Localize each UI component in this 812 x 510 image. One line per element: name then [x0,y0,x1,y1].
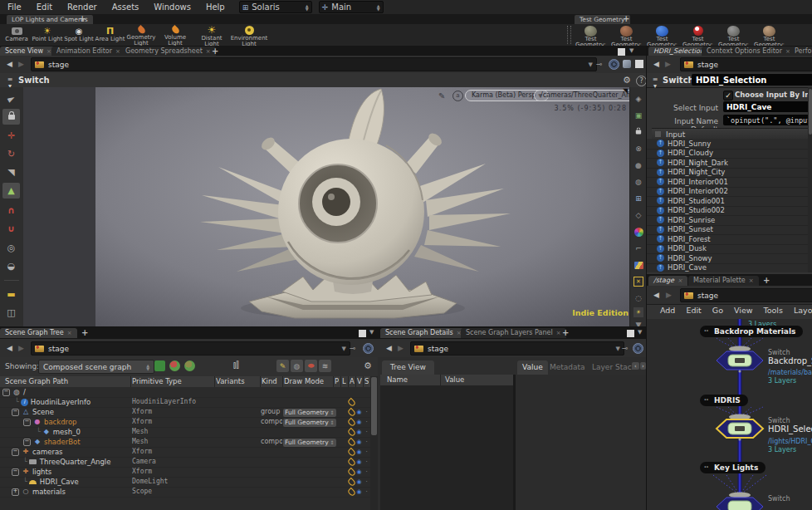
add-pane-tab-button[interactable]: + [212,47,218,56]
background-image-icon[interactable] [632,258,645,272]
view-tumble-icon[interactable]: ◎ [2,240,20,256]
desktop-selector[interactable]: ⊞ Solaris ▲▼ [239,1,312,13]
net-menu-add[interactable]: Add [660,306,675,315]
shelf-tool-camera[interactable]: Camera [2,24,32,46]
shelf-tool-test-geometry-rubbertoy[interactable]: TestGeometry: R... [644,24,680,46]
shade-sphere-icon[interactable]: ● [632,159,645,172]
cube-icon[interactable] [623,60,631,68]
showing-dropdown[interactable]: Composed scene graph ▲▼ [38,360,154,374]
chevron-down-icon[interactable]: ▼ [342,346,346,352]
dot-icon[interactable]: ◌ [632,292,645,305]
shelf-tool-environment-light[interactable]: EnvironmentLight [230,24,268,46]
add-view-icon[interactable]: ⊞ [632,192,645,205]
back-icon[interactable]: ◀ [7,344,12,352]
pin-icon[interactable]: ⊸ [596,60,603,68]
shelf-tool-test-geometry-squab[interactable]: TestGeometry: S... [716,24,751,46]
shelf-tab-test-geometry[interactable]: Test Geometry [575,15,630,24]
add-pane-tab-button[interactable]: + [81,328,88,337]
details-path-field[interactable]: stage ▼ [410,341,624,356]
tree-table-header[interactable]: Scene Graph Path Primitive Type Variants… [0,376,370,388]
visibility-eye-icon[interactable]: ◉ [355,407,363,417]
add-pane-tab-button[interactable]: + [562,328,569,337]
shelf-tool-test-geometry-pig[interactable]: TestGeometry: P... [609,24,644,46]
scene-viewport[interactable]: ► ✛ ↻ ◥ ▲ ∩ ∪ ◎ ◒ ▬ ◫ ≡ [0,87,646,326]
pane-left-icon[interactable]: ‹ [632,362,639,370]
pane-corner-icon[interactable]: ◥ [623,87,628,95]
pane-dropdown-icon[interactable]: ▼ [638,329,642,336]
shelf-tool-volume-light[interactable]: Volume Light [157,24,193,46]
color-wheel-icon[interactable] [632,225,645,238]
toggle-layers-icon[interactable]: ≋ [319,360,331,372]
edit-pencil-icon[interactable]: ✎ [438,91,445,101]
snap-magnet-alt-icon[interactable]: ∪ [2,221,20,237]
lock-camera-icon[interactable] [632,125,645,139]
snapshot-icon[interactable] [635,60,643,68]
shelf-tool-test-geometry-tommy[interactable]: TestGeometry: T... [751,24,787,46]
toggle-pencil-icon[interactable]: ✎ [276,360,289,372]
menu-windows[interactable]: Windows [146,0,198,14]
back-icon[interactable]: ◀ [653,60,659,68]
network-box-key-lights[interactable]: Key Lights [700,462,766,473]
visibility-eye-icon[interactable]: ◉ [355,437,363,447]
spinner-icon[interactable]: ▲▼ [306,4,309,11]
tree-scrollbar[interactable] [370,376,378,510]
display-options-icon[interactable]: ◈ [632,92,645,105]
disable-lighting-icon[interactable]: ✕ [632,275,645,288]
shelf-add-tab-button[interactable]: + [79,14,86,23]
back-icon[interactable]: ◀ [653,291,659,299]
tab-scene-graph-details[interactable]: Scene Graph Details× [380,328,467,338]
lock-icon[interactable] [2,109,20,125]
net-menu-view[interactable]: View [734,306,753,315]
tab-stage-network[interactable]: /stage× [648,276,687,286]
headlight-icon[interactable]: ☀ [632,306,645,319]
pane-menu-icon[interactable] [627,330,634,337]
shelf-add-tab-button[interactable]: + [623,14,629,23]
menu-assets[interactable]: Assets [105,0,147,14]
shelf-divider-handle[interactable] [567,26,571,44]
pin-icon[interactable]: ⊸ [350,344,356,352]
key-icon[interactable]: ⌐ [632,242,645,255]
viewport-lock-icon[interactable]: a [452,91,463,101]
visibility-eye-icon[interactable]: ◉ [355,477,363,487]
tab-material-palette[interactable]: Material Palette× [688,276,759,286]
visibility-eye-icon[interactable]: ◉ [355,447,363,457]
net-menu-tools[interactable]: Tools [764,306,783,315]
network-box-hdris[interactable]: HDRIS [700,395,748,406]
pane-right-icon[interactable]: › [640,362,646,370]
gear-icon[interactable]: ⚙ [623,75,631,86]
menu-help[interactable]: Help [198,0,232,14]
shelf-tool-test-geometry-crag[interactable]: TestGeometry: C... [573,24,609,46]
add-pane-tab-button[interactable]: + [763,276,770,285]
details-table-header[interactable]: Name Value [380,375,513,386]
snap-magnet-icon[interactable]: ∩ [2,203,20,218]
scene-view-path-field[interactable]: stage ▼ [31,57,597,71]
translate-icon[interactable]: ✛ [2,128,20,144]
params-path-field[interactable]: stage [680,57,812,71]
forward-icon[interactable]: ▶ [18,344,24,352]
select-geometry-icon[interactable]: ▲ [2,183,20,199]
filters-icon[interactable]: ⫾⫿ [233,360,239,370]
layers-icon[interactable]: ◫ [2,305,20,321]
input-name-default-field[interactable]: `opinput(".", @input) [723,115,811,125]
pane-dropdown-icon[interactable]: ▼ [629,47,633,54]
pane-menu-icon[interactable] [359,330,366,337]
choose-input-checkbox[interactable]: ✓ [723,91,733,101]
visibility-eye-icon[interactable]: ◉ [355,427,363,437]
pin-icon[interactable]: ⊸ [622,344,629,352]
details-value-body[interactable] [516,375,646,510]
visibility-eye-icon[interactable]: ◉ [355,417,363,427]
visibility-eye-icon[interactable]: ◉ [355,467,363,477]
shelf-tool-point-light[interactable]: ☀ Point Light [32,24,63,46]
tree-path-field[interactable]: stage ▼ [31,341,350,356]
tab-scene-graph-layers[interactable]: Scene Graph Layers Panel× [461,328,566,338]
save-snapshot-icon[interactable] [154,360,165,371]
no-cam-icon[interactable]: ⊗ [632,142,645,155]
view-selector[interactable]: ✛ Main ▲▼ [319,1,384,13]
tab-metadata[interactable]: Metadata [545,360,590,375]
network-editor-view[interactable]: 3 Layers Backdrop Materials Switch Backd… [647,319,812,510]
menu-file[interactable]: File [0,0,29,14]
visibility-eye-icon[interactable]: ◉ [355,487,363,497]
pane-menu-icon[interactable] [618,48,625,56]
link-group-icon[interactable] [363,343,374,354]
list-item[interactable]: ↑HDRI_Cave [647,263,808,273]
